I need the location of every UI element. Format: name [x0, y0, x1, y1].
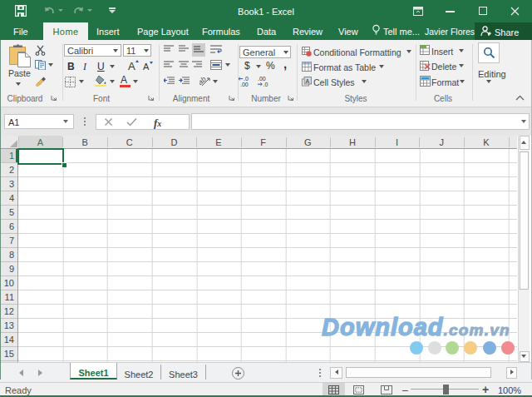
svg-text:A: A	[306, 78, 310, 84]
svg-text:.00: .00	[240, 82, 249, 87]
svg-text:.0: .0	[264, 82, 268, 87]
